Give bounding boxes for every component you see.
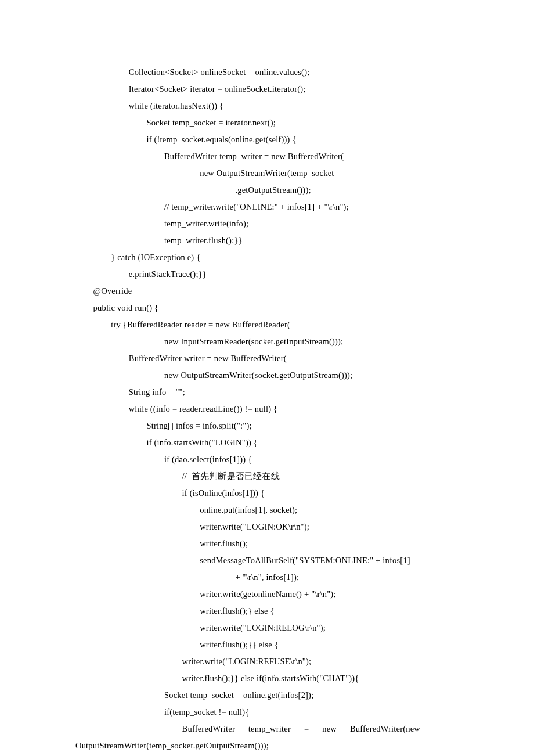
code-line: public void run() { <box>75 300 459 316</box>
code-line: writer.write("LOGIN:OK\r\n"); <box>75 519 459 535</box>
code-line: + "\r\n", infos[1]); <box>75 569 459 586</box>
code-line: writer.flush();}} else { <box>75 636 459 653</box>
code-line: writer.flush();} else { <box>75 603 459 620</box>
code-line: new OutputStreamWriter(socket.getOutputS… <box>75 367 459 384</box>
code-line: // temp_writer.write("ONLINE:" + infos[1… <box>75 199 459 215</box>
code-line: // 首先判断是否已经在线 <box>75 468 459 485</box>
code-line: if(temp_socket != null){ <box>75 704 459 721</box>
code-line: writer.write(getonlineName() + "\r\n"); <box>75 586 459 603</box>
code-line: if (!temp_socket.equals(online.get(self)… <box>75 131 459 148</box>
code-line: new OutputStreamWriter(temp_socket <box>75 165 459 182</box>
code-line: writer.write("LOGIN:RELOG\r\n"); <box>75 620 459 636</box>
code-line: String info = ""; <box>75 384 459 401</box>
code-line: Iterator<Socket> iterator = onlineSocket… <box>75 81 459 98</box>
code-line-wrapped: BufferedWriter temp_writer = new Buffere… <box>75 721 459 737</box>
code-line: Socket temp_socket = iterator.next(); <box>75 114 459 131</box>
code-line: if (info.startsWith("LOGIN")) { <box>75 434 459 451</box>
code-page: Collection<Socket> onlineSocket = online… <box>0 0 534 756</box>
code-line: online.put(infos[1], socket); <box>75 502 459 519</box>
code-line: BufferedWriter temp_writer = new Buffere… <box>75 148 459 165</box>
code-line: temp_writer.flush();}} <box>75 232 459 249</box>
code-line: } catch (IOException e) { <box>75 249 459 266</box>
code-line: temp_writer.write(info); <box>75 215 459 232</box>
code-line: BufferedWriter writer = new BufferedWrit… <box>75 350 459 367</box>
code-line-wrapped-cont: OutputStreamWriter(temp_socket.getOutput… <box>75 737 459 754</box>
code-line: Socket temp_socket = online.get(infos[2]… <box>75 687 459 704</box>
code-line: if (isOnline(infos[1])) { <box>75 485 459 502</box>
code-block: Collection<Socket> onlineSocket = online… <box>75 64 459 756</box>
code-line: writer.write("LOGIN:REFUSE\r\n"); <box>75 653 459 670</box>
code-line: while (iterator.hasNext()) { <box>75 98 459 114</box>
code-line: .getOutputStream())); <box>75 182 459 199</box>
code-line: writer.flush(); <box>75 535 459 552</box>
code-line: sendMessageToAllButSelf("SYSTEM:ONLINE:"… <box>75 552 459 569</box>
code-line: e.printStackTrace();}} <box>75 266 459 283</box>
code-line: Collection<Socket> onlineSocket = online… <box>75 64 459 81</box>
code-line: @Override <box>75 283 459 300</box>
code-line: new InputStreamReader(socket.getInputStr… <box>75 333 459 350</box>
code-line: String[] infos = info.split(":"); <box>75 417 459 434</box>
code-line: if (dao.select(infos[1])) { <box>75 451 459 468</box>
code-line: while ((info = reader.readLine()) != nul… <box>75 401 459 417</box>
code-line: try {BufferedReader reader = new Buffere… <box>75 316 459 333</box>
code-line: writer.flush();}} else if(info.startsWit… <box>75 670 459 687</box>
